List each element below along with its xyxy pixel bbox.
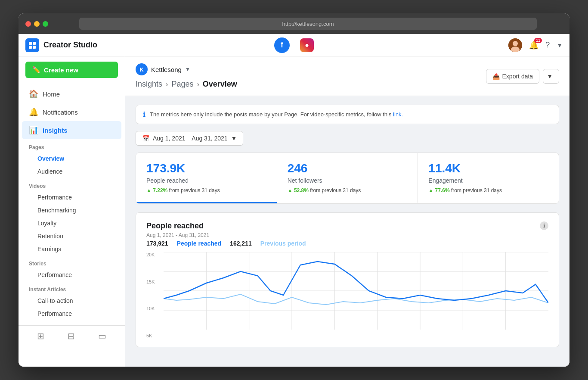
browser-chrome: http://kettlesong.com <box>19 13 569 34</box>
sidebar-item-insights[interactable]: 📊 Insights <box>22 121 121 139</box>
insights-icon: 📊 <box>29 125 37 135</box>
chart-prev-value: 162,211 <box>230 240 252 247</box>
sidebar-section-videos: Videos <box>19 178 125 191</box>
svg-rect-1 <box>33 42 36 45</box>
page-dropdown-icon[interactable]: ▼ <box>185 66 190 72</box>
export-dropdown-button[interactable]: ▼ <box>543 69 559 84</box>
chart-header: People reached Aug 1, 2021 - Aug 31, 202… <box>146 221 306 252</box>
sidebar-section-instant-articles: Instant Articles <box>19 281 125 294</box>
chart-info-button[interactable]: ℹ <box>540 221 548 230</box>
sidebar-sub-ia-performance[interactable]: Performance <box>22 307 121 320</box>
info-link[interactable]: link. <box>393 111 403 118</box>
maximize-button[interactable] <box>43 21 48 27</box>
sidebar-section-stories: Stories <box>19 255 125 268</box>
sidebar-sub-earnings[interactable]: Earnings <box>22 243 121 255</box>
notifications-bell[interactable]: 🔔 11 <box>529 40 538 50</box>
stat-change-text-engagement: from previous 31 days <box>451 187 502 193</box>
svg-rect-3 <box>33 46 36 49</box>
sidebar-home-label: Home <box>43 90 60 98</box>
sidebar-footer-icon-1[interactable]: ⊞ <box>37 331 44 341</box>
stat-label-followers: Net followers <box>288 177 408 184</box>
export-section: 📤 Export data ▼ <box>486 69 559 84</box>
app-logo <box>25 38 39 52</box>
create-icon: ✏️ <box>32 66 40 74</box>
sidebar-footer-icon-3[interactable]: ▭ <box>98 331 106 341</box>
sidebar-sub-videos-performance[interactable]: Performance <box>22 191 121 204</box>
stat-change-pct-engagement: 77.6% <box>428 187 449 193</box>
breadcrumb-sep-1: › <box>166 81 168 88</box>
platform-switcher: f ● <box>274 37 314 53</box>
content-header: K Kettlesong ▼ Insights › Pages › Overvi… <box>125 56 569 96</box>
sidebar-sub-loyalty[interactable]: Loyalty <box>22 217 121 230</box>
svg-point-5 <box>513 41 518 46</box>
help-button[interactable]: ? <box>545 40 550 50</box>
sidebar-sub-retention[interactable]: Retention <box>22 230 121 243</box>
y-label-20k: 20K <box>146 252 164 257</box>
date-range: Aug 1, 2021 – Aug 31, 2021 <box>153 135 228 142</box>
stat-change-followers: 52.8% from previous 31 days <box>288 187 408 193</box>
close-button[interactable] <box>25 21 31 27</box>
stat-change-text-reached: from previous 31 days <box>169 187 220 193</box>
main-content: K Kettlesong ▼ Insights › Pages › Overvi… <box>125 56 569 367</box>
app-content: Creator Studio f ● <box>19 34 569 367</box>
app-title: Creator Studio <box>43 40 97 50</box>
chart-prev-line <box>164 294 548 305</box>
url-bar[interactable]: http://kettlesong.com <box>79 18 537 30</box>
export-data-button[interactable]: 📤 Export data <box>486 69 540 84</box>
breadcrumb-pages[interactable]: Pages <box>171 80 193 89</box>
export-label: Export data <box>502 73 533 80</box>
chart-legend: 173,921 People reached 162,211 Previous … <box>146 240 306 247</box>
create-new-button[interactable]: ✏️ Create new <box>25 62 118 78</box>
facebook-platform-btn[interactable]: f <box>274 37 290 53</box>
stat-card-engagement[interactable]: 11.4K Engagement 77.6% from previous 31 … <box>418 153 559 203</box>
svg-rect-2 <box>29 46 32 49</box>
stat-change-engagement: 77.6% from previous 31 days <box>428 187 548 193</box>
notification-badge: 11 <box>534 38 542 43</box>
page-name: Kettlesong <box>151 66 182 73</box>
y-label-10k: 10K <box>146 306 164 311</box>
sidebar-sub-benchmarking[interactable]: Benchmarking <box>22 204 121 217</box>
sidebar-sub-stories-performance[interactable]: Performance <box>22 268 121 281</box>
chart-plot <box>164 252 548 330</box>
sidebar-section-pages: Pages <box>19 139 125 152</box>
stat-card-followers[interactable]: 246 Net followers 52.8% from previous 31… <box>277 153 418 203</box>
sidebar-item-notifications[interactable]: 🔔 Notifications <box>22 103 121 121</box>
stat-card-reached[interactable]: 173.9K People reached 7.22% from previou… <box>136 153 277 203</box>
stats-container: 173.9K People reached 7.22% from previou… <box>136 153 559 204</box>
y-label-15k: 15K <box>146 279 164 284</box>
minimize-button[interactable] <box>34 21 40 27</box>
traffic-lights <box>25 21 48 27</box>
breadcrumb: Insights › Pages › Overview <box>136 80 237 89</box>
header-right: 🔔 11 ? ▼ <box>508 38 563 52</box>
chart-current-line <box>164 262 548 303</box>
sidebar-footer-icon-2[interactable]: ⊟ <box>68 331 75 341</box>
avatar[interactable] <box>508 38 522 52</box>
sidebar-sub-cta[interactable]: Call-to-action <box>22 294 121 307</box>
info-icon: ℹ <box>143 110 145 118</box>
account-dropdown[interactable]: ▼ <box>557 42 563 49</box>
content-body: ℹ The metrics here only include the post… <box>125 96 569 367</box>
sidebar-sub-audience[interactable]: Audience <box>22 165 121 178</box>
sidebar: ✏️ Create new 🏠 Home 🔔 Notifications 📊 I… <box>19 56 125 367</box>
stat-value-followers: 246 <box>288 162 408 175</box>
breadcrumb-insights[interactable]: Insights <box>136 80 162 89</box>
y-axis: 20K 15K 10K 5K <box>146 252 164 338</box>
calendar-icon: 📅 <box>142 135 149 142</box>
stat-value-reached: 173.9K <box>146 162 266 175</box>
stat-label-engagement: Engagement <box>428 177 548 184</box>
sidebar-footer: ⊞ ⊟ ▭ <box>19 325 125 346</box>
header-left-section: K Kettlesong ▼ Insights › Pages › Overvi… <box>136 63 237 89</box>
stat-label-reached: People reached <box>146 177 266 184</box>
sidebar-item-home[interactable]: 🏠 Home <box>22 85 121 103</box>
home-icon: 🏠 <box>29 89 37 99</box>
stat-change-pct-reached: 7.22% <box>146 187 167 193</box>
chart-area: 20K 15K 10K 5K <box>146 252 548 338</box>
create-btn-label: Create new <box>44 66 78 74</box>
chart-section: People reached Aug 1, 2021 - Aug 31, 202… <box>136 212 559 347</box>
sidebar-sub-overview[interactable]: Overview <box>22 152 121 165</box>
chart-title: People reached <box>146 221 306 230</box>
sidebar-insights-label: Insights <box>43 127 68 134</box>
date-filter[interactable]: 📅 Aug 1, 2021 – Aug 31, 2021 ▼ <box>136 131 243 146</box>
instagram-platform-btn[interactable]: ● <box>300 38 314 52</box>
page-selector[interactable]: K Kettlesong ▼ <box>136 63 237 75</box>
